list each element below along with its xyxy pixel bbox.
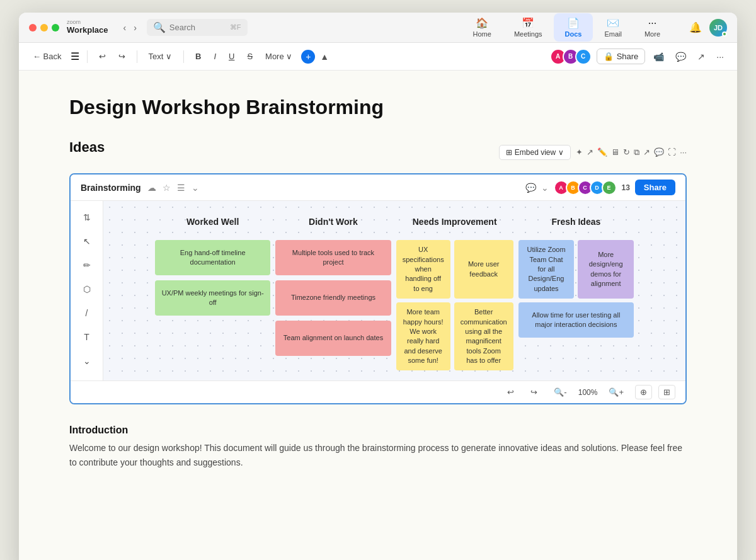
wb-cloud-icon: ☁ bbox=[147, 183, 156, 193]
col-fresh-ideas: Fresh Ideas Utilize Zoom Team Chat for a… bbox=[518, 211, 634, 370]
strikethrough-icon: S bbox=[247, 52, 253, 61]
wb-share-button[interactable]: Share bbox=[635, 180, 675, 195]
search-shortcut: ⌘F bbox=[230, 23, 241, 31]
col-needs-improvement: Needs Improvement UX specifications when… bbox=[396, 211, 513, 370]
minimize-dot[interactable] bbox=[40, 24, 48, 31]
wb-expand-icon[interactable]: ⌄ bbox=[192, 183, 199, 193]
zoom-out-button[interactable]: 🔍- bbox=[549, 385, 571, 399]
sticky-6[interactable]: UX specifications when handling off to e… bbox=[396, 240, 450, 299]
nav-back-button[interactable]: ‹ bbox=[121, 21, 129, 34]
chat-button[interactable]: 💬 bbox=[672, 49, 689, 64]
main-content: Design Workshop Brainstorming Ideas ⊞ Em… bbox=[19, 71, 737, 560]
sticky-3[interactable]: Multiple tools used to track project bbox=[275, 240, 391, 275]
sticky-8[interactable]: More team happy hours! We work really ha… bbox=[396, 302, 450, 370]
text-format-button[interactable]: Text ∨ bbox=[145, 49, 176, 64]
brand-name-label: Workplace bbox=[67, 26, 108, 35]
ideas-heading: Ideas bbox=[69, 139, 105, 156]
arrow-icon[interactable]: ↗ bbox=[587, 147, 593, 157]
window-controls bbox=[29, 24, 59, 31]
title-bar: zoom Workplace ‹ › 🔍 ⌘F 🏠 Home 📅 Meeting… bbox=[19, 13, 737, 43]
home-label: Home bbox=[473, 30, 491, 38]
strikethrough-button[interactable]: S bbox=[243, 49, 256, 64]
wb-down-icon[interactable]: ⌄ bbox=[541, 183, 549, 193]
comment-icon[interactable]: 💬 bbox=[654, 147, 664, 157]
tool-text[interactable]: T bbox=[77, 327, 97, 347]
sticky-9[interactable]: Better communication using all the magni… bbox=[454, 302, 513, 370]
copy-icon[interactable]: ⧉ bbox=[634, 147, 639, 157]
collaborators-avatars: A B C bbox=[550, 49, 592, 65]
wb-collaborator-count: 13 bbox=[622, 183, 630, 192]
screen-icon[interactable]: 🖥 bbox=[611, 147, 619, 157]
search-input[interactable] bbox=[169, 23, 226, 32]
ideas-header: Ideas ⊞ Embed view ∨ ✦ ↗ ✏️ 🖥 ↻ ⧉ ↗ bbox=[69, 139, 687, 166]
video-button[interactable]: 📹 bbox=[650, 49, 667, 64]
nav-tab-more[interactable]: ··· More bbox=[633, 14, 672, 42]
embed-view-button[interactable]: ⊞ Embed view ∨ bbox=[499, 145, 571, 160]
meetings-label: Meetings bbox=[514, 30, 542, 38]
nav-tab-meetings[interactable]: 📅 Meetings bbox=[503, 13, 554, 42]
redo-button[interactable]: ↪ bbox=[115, 49, 129, 64]
whiteboard-canvas[interactable]: Worked Well Eng hand-off timeline docume… bbox=[103, 201, 685, 380]
sticky-2[interactable]: UX/PM weekly meetings for sign-off bbox=[155, 280, 270, 316]
wb-redo-button[interactable]: ↪ bbox=[525, 385, 542, 399]
zoom-in-button[interactable]: 🔍+ bbox=[604, 385, 629, 399]
search-bar[interactable]: 🔍 ⌘F bbox=[147, 19, 248, 36]
bell-icon[interactable]: 🔔 bbox=[689, 21, 702, 33]
sticky-5[interactable]: Team alignment on launch dates bbox=[275, 321, 391, 356]
docs-label: Docs bbox=[565, 30, 582, 38]
nav-tab-email[interactable]: ✉️ Email bbox=[593, 13, 633, 42]
nav-tab-home[interactable]: 🏠 Home bbox=[462, 13, 503, 42]
nav-forward-button[interactable]: › bbox=[131, 21, 139, 34]
sticky-10[interactable]: Utilize Zoom Team Chat for all Design/En… bbox=[518, 240, 575, 299]
wb-undo-button[interactable]: ↩ bbox=[502, 385, 519, 399]
tool-move[interactable]: ⇅ bbox=[77, 207, 97, 227]
sticky-4[interactable]: Timezone friendly meetings bbox=[275, 280, 391, 316]
tool-pen[interactable]: ✏ bbox=[77, 255, 97, 275]
sticky-7[interactable]: More user feedback bbox=[454, 240, 513, 299]
user-avatar[interactable]: JD bbox=[709, 19, 727, 37]
embed-view-label: Embed view bbox=[515, 148, 556, 157]
intro-title: Introduction bbox=[69, 425, 687, 436]
magic-icon[interactable]: ✦ bbox=[576, 147, 583, 157]
undo-button[interactable]: ↩ bbox=[95, 49, 110, 64]
email-label: Email bbox=[604, 30, 622, 38]
add-button[interactable]: + bbox=[301, 50, 315, 64]
tool-cursor[interactable]: ↖ bbox=[77, 231, 97, 251]
title-nav: 🏠 Home 📅 Meetings 📄 Docs ✉️ Email ··· Mo… bbox=[462, 13, 672, 42]
pen-icon[interactable]: ✏️ bbox=[597, 147, 607, 157]
collapse-icon[interactable]: ▲ bbox=[320, 52, 329, 62]
back-button[interactable]: ← Back bbox=[29, 49, 66, 64]
more-icon[interactable]: ··· bbox=[680, 147, 687, 157]
more-options-button[interactable]: ··· bbox=[713, 49, 727, 64]
needs-grid: UX specifications when handling off to e… bbox=[396, 240, 513, 370]
col-header-needs-improvement: Needs Improvement bbox=[396, 211, 513, 235]
more-format-button[interactable]: More ∨ bbox=[261, 49, 296, 64]
tool-shapes[interactable]: ⬡ bbox=[77, 279, 97, 299]
external-link-icon[interactable]: ↗ bbox=[643, 147, 650, 157]
sticky-11[interactable]: More design/eng demos for alignment bbox=[578, 240, 634, 299]
wb-chat-icon[interactable]: 💬 bbox=[525, 183, 536, 193]
toolbar-right: A B C 🔒 Share 📹 💬 ↗ ··· bbox=[550, 49, 727, 65]
whiteboard-header-left: Brainstorming ☁ ☆ ☰ ⌄ bbox=[81, 183, 199, 193]
wb-menu-icon[interactable]: ☰ bbox=[177, 183, 185, 193]
fullscreen-icon[interactable]: ⛶ bbox=[668, 147, 676, 157]
share-button[interactable]: 🔒 Share bbox=[597, 49, 646, 64]
wb-star-icon[interactable]: ☆ bbox=[163, 183, 171, 193]
sticky-1[interactable]: Eng hand-off timeline documentation bbox=[155, 240, 270, 275]
grid-view-button[interactable]: ⊞ bbox=[658, 385, 675, 399]
close-dot[interactable] bbox=[29, 24, 37, 31]
whiteboard-body: ⇅ ↖ ✏ ⬡ / T ⌄ Worked Well bbox=[71, 201, 685, 380]
italic-button[interactable]: I bbox=[210, 49, 220, 64]
tool-line[interactable]: / bbox=[77, 303, 97, 323]
nav-tab-docs[interactable]: 📄 Docs bbox=[554, 13, 593, 42]
underline-button[interactable]: U bbox=[225, 49, 238, 64]
fit-button[interactable]: ⊕ bbox=[635, 385, 652, 399]
maximize-dot[interactable] bbox=[52, 24, 59, 31]
open-button[interactable]: ↗ bbox=[694, 49, 708, 64]
app-window: zoom Workplace ‹ › 🔍 ⌘F 🏠 Home 📅 Meeting… bbox=[19, 13, 737, 560]
sidebar-toggle-icon[interactable]: ☰ bbox=[71, 50, 79, 62]
bold-button[interactable]: B bbox=[192, 49, 205, 64]
tool-more[interactable]: ⌄ bbox=[77, 351, 97, 371]
refresh-icon[interactable]: ↻ bbox=[623, 147, 630, 157]
sticky-12[interactable]: Allow time for user testing all major in… bbox=[518, 302, 634, 338]
